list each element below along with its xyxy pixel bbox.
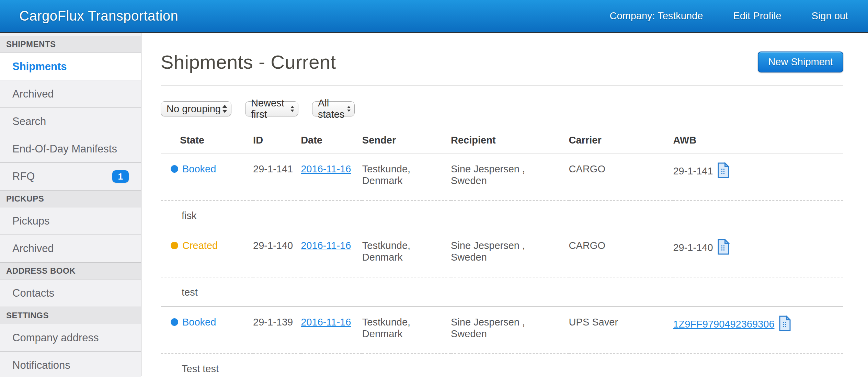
comment-cell: Test test <box>161 354 843 377</box>
shipment-id: 29-1-139 <box>253 307 301 354</box>
comment-row: fisk <box>161 201 843 230</box>
status-label: Booked <box>182 163 216 175</box>
col-awb: AWB <box>673 127 843 153</box>
sidebar-item-shipments[interactable]: Shipments <box>0 53 141 80</box>
table-row[interactable]: Booked 29-1-141 2016-11-16 Testkunde, De… <box>161 153 843 201</box>
table-row[interactable]: Created 29-1-140 2016-11-16 Testkunde, D… <box>161 230 843 277</box>
status-dot <box>171 165 178 173</box>
sidebar-item-notifications[interactable]: Notifications <box>0 352 141 377</box>
sidebar-section-settings: SETTINGS <box>0 307 141 324</box>
sidebar-item-pickups[interactable]: Pickups <box>0 207 141 235</box>
table-row[interactable]: Booked 29-1-139 2016-11-16 Testkunde, De… <box>161 307 843 354</box>
comment-cell: test <box>161 277 843 307</box>
sidebar-item-search[interactable]: Search <box>0 108 141 135</box>
select-carets-icon <box>347 104 351 114</box>
sort-select[interactable]: Newest first <box>245 101 298 116</box>
status-label: Created <box>182 240 218 251</box>
comment-cell: fisk <box>161 201 843 230</box>
table-header-row: State ID Date Sender Recipient Carrier A… <box>161 127 843 153</box>
sidebar: SHIPMENTS Shipments Archived Search End-… <box>0 33 141 376</box>
comment-row: Test test <box>161 354 843 377</box>
awb-number: 29-1-141 <box>673 165 713 177</box>
carrier-cell: CARGO <box>569 153 673 201</box>
status-dot <box>171 242 178 249</box>
awb-tracking-link[interactable]: 1Z9FF9790492369306 <box>673 318 774 330</box>
awb-number: 29-1-140 <box>673 242 713 253</box>
sender-cell: Testkunde, Denmark <box>362 307 451 354</box>
sidebar-section-address-book: ADDRESS BOOK <box>0 262 141 279</box>
document-icon[interactable] <box>717 239 730 255</box>
carrier-cell: CARGO <box>569 230 673 277</box>
recipient-cell: Sine Jespersen , Sweden <box>451 230 569 277</box>
state-filter-select[interactable]: All states <box>312 101 355 116</box>
top-nav: Company: Testkunde Edit Profile Sign out <box>609 10 848 22</box>
shipment-id: 29-1-141 <box>253 153 301 201</box>
new-shipment-button[interactable]: New Shipment <box>758 52 843 72</box>
shipment-date-link[interactable]: 2016-11-16 <box>301 163 351 174</box>
recipient-cell: Sine Jespersen , Sweden <box>451 153 569 201</box>
status-dot <box>171 318 178 326</box>
shipment-date-link[interactable]: 2016-11-16 <box>301 317 351 328</box>
comment-row: test <box>161 277 843 307</box>
sidebar-item-rfq[interactable]: RFQ 1 <box>0 163 141 190</box>
status-label: Booked <box>182 316 216 328</box>
sidebar-section-pickups: PICKUPS <box>0 190 141 207</box>
col-carrier: Carrier <box>569 127 673 153</box>
sidebar-item-archived-shipments[interactable]: Archived <box>0 80 141 108</box>
company-label[interactable]: Company: Testkunde <box>609 10 703 22</box>
document-icon[interactable] <box>779 316 791 331</box>
shipment-date-link[interactable]: 2016-11-16 <box>301 240 351 251</box>
select-carets-icon <box>222 104 228 114</box>
brand-logo: CargoFlux Transportation <box>19 8 178 24</box>
shipments-table: State ID Date Sender Recipient Carrier A… <box>161 127 843 377</box>
col-date: Date <box>301 127 362 153</box>
main-content: Shipments - Current New Shipment No grou… <box>141 33 868 376</box>
recipient-cell: Sine Jespersen , Sweden <box>451 307 569 354</box>
document-icon[interactable] <box>717 162 730 178</box>
app-header: CargoFlux Transportation Company: Testku… <box>0 0 868 33</box>
sidebar-item-archived-pickups[interactable]: Archived <box>0 235 141 262</box>
select-carets-icon <box>290 104 295 114</box>
sign-out-link[interactable]: Sign out <box>812 10 848 22</box>
carrier-cell: UPS Saver <box>569 307 673 354</box>
shipment-id: 29-1-140 <box>253 230 301 277</box>
sidebar-item-contacts[interactable]: Contacts <box>0 279 141 307</box>
col-recipient: Recipient <box>451 127 569 153</box>
col-sender: Sender <box>362 127 451 153</box>
sidebar-section-shipments: SHIPMENTS <box>0 36 141 53</box>
col-id: ID <box>253 127 301 153</box>
sender-cell: Testkunde, Denmark <box>362 153 451 201</box>
page-title: Shipments - Current <box>161 51 336 73</box>
col-state: State <box>161 127 253 153</box>
rfq-count-badge: 1 <box>112 170 129 183</box>
sender-cell: Testkunde, Denmark <box>362 230 451 277</box>
grouping-select[interactable]: No grouping <box>161 101 231 116</box>
sidebar-item-eod-manifests[interactable]: End-Of-Day Manifests <box>0 135 141 163</box>
edit-profile-link[interactable]: Edit Profile <box>733 10 781 22</box>
sidebar-item-company-address[interactable]: Company address <box>0 324 141 352</box>
filter-bar: No grouping Newest first All states <box>161 101 843 116</box>
